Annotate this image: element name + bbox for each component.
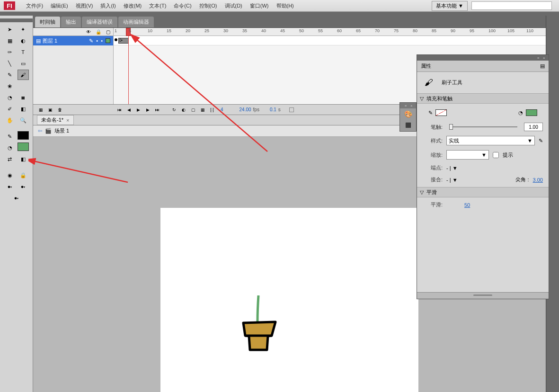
section-smooth[interactable]: ▽ 平滑 [417,187,549,197]
eraser-tool[interactable]: ◧ [18,104,29,114]
tool-name-label: 刷子工具 [442,79,462,86]
stroke-color-value[interactable] [435,109,447,116]
section-fill-stroke[interactable]: ▽ 填充和笔触 [417,93,549,104]
default-colors[interactable]: ◧ [18,154,29,164]
layer-row[interactable]: ▤ 图层 1 ✎ • • [33,36,113,45]
zoom-tool[interactable]: 🔍 [18,115,29,125]
workspace-switcher[interactable]: 基本功能 ▼ [432,1,468,11]
tab-compiler-errors[interactable]: 编译器错误 [82,17,117,27]
swatches-grid-icon[interactable]: ▦ [405,121,411,128]
selection-tool[interactable]: ➤ [4,24,16,35]
hint-checkbox[interactable] [493,152,499,158]
fill-color-swatch[interactable] [18,143,29,151]
timeline-extra-icon[interactable] [289,107,294,112]
back-arrow-icon[interactable]: ⇦ [38,128,42,134]
text-tool[interactable]: T [18,47,29,57]
new-layer-button[interactable]: ▦ [37,106,44,114]
free-transform-tool[interactable]: ▦ [4,36,16,46]
deco-tool[interactable]: ❀ [4,81,16,91]
ink-bottle-tool[interactable]: ◙ [18,92,29,103]
option-a[interactable]: ◉ [4,170,16,180]
menu-debug[interactable]: 调试(D) [221,2,246,9]
delete-layer-button[interactable]: 🗑 [56,106,63,114]
bucket-fill-icon: ◔ [518,110,523,116]
menu-insert[interactable]: 插入(I) [97,2,119,9]
panel-menu-icon[interactable]: ▤ [540,63,545,69]
style-dropdown[interactable]: 实线▼ [446,136,535,145]
rectangle-tool[interactable]: ▭ [18,58,29,69]
cap-value[interactable]: - | ▼ [446,165,458,171]
fps-value[interactable]: 24.00 [240,107,251,112]
fill-color-value[interactable] [526,109,537,116]
new-folder-button[interactable]: ▣ [46,106,54,114]
menu-edit[interactable]: 编辑(E) [47,2,72,9]
app-logo: Fl [4,1,15,10]
swatches-mini-panel[interactable]: « × 🎨 ▦ [399,102,417,132]
rewind-button[interactable]: ⏮ [115,106,123,114]
menu-control[interactable]: 控制(O) [195,2,221,9]
menu-view[interactable]: 视图(V) [72,2,97,9]
lock-icon[interactable]: 🔒 [96,29,101,35]
layer-dot2[interactable]: • [101,38,103,44]
onion-skin-button[interactable]: ◐ [180,106,187,114]
pencil-tool[interactable]: ✎ [4,70,16,80]
menu-command[interactable]: 命令(C) [170,2,195,9]
option-lock[interactable]: 🔒 [18,170,29,180]
paint-bucket-tool[interactable]: ◔ [4,92,16,103]
tab-motion-editor[interactable]: 动画编辑器 [118,17,154,27]
menu-window[interactable]: 窗口(W) [246,2,273,9]
document-tab[interactable]: 未命名-1* × [37,115,74,125]
line-tool[interactable]: ╲ [4,58,16,69]
step-back-button[interactable]: ◀ [125,106,133,114]
scale-dropdown[interactable]: ▼ [446,150,489,160]
loop-button[interactable]: ↻ [170,106,178,114]
timeline-ruler[interactable]: 👁 🔒 ▢ 1510152025303540455055606570758085… [33,28,546,36]
layer-outline-color[interactable] [106,38,110,43]
modify-markers-button[interactable]: [·] [208,106,216,114]
layer-dot1[interactable]: • [96,38,98,44]
menu-file[interactable]: 文件(F) [22,2,47,9]
keyframe-marker: ▯• [119,38,123,42]
eyedropper-tool[interactable]: ✐ [4,104,16,114]
props-collapse-icon[interactable]: « [537,56,542,60]
subselection-tool[interactable]: ✦ [18,24,29,35]
join-value[interactable]: - | ▼ [446,177,458,183]
lasso-tool[interactable]: ◐ [18,36,29,46]
smooth-label: 平滑: [423,201,443,208]
tab-output[interactable]: 输出 [61,17,81,27]
miter-value[interactable]: 3.00 [533,177,543,183]
hand-tool[interactable]: ✋ [4,115,16,125]
swap-colors[interactable]: ⇄ [4,154,16,164]
props-close-icon[interactable]: × [543,56,548,60]
search-input[interactable] [471,1,552,10]
tab-timeline[interactable]: 时间轴 [35,17,60,27]
stroke-color-swatch[interactable] [18,131,29,140]
smooth-value[interactable]: 50 [464,202,470,208]
brush-mode[interactable]: ●▾ [11,193,22,203]
pen-tool[interactable]: ✑ [4,47,16,57]
close-icon[interactable]: × [66,117,69,123]
outline-icon[interactable]: ▢ [106,29,110,35]
brush-shape[interactable]: ●▾ [18,181,29,192]
step-forward-button[interactable]: ▶ [144,106,151,114]
onion-outline-button[interactable]: ▢ [189,106,197,114]
bone-tool[interactable] [18,81,29,91]
play-button[interactable]: ▶ [134,106,142,114]
menu-help[interactable]: 帮助(H) [273,2,298,9]
toolbox-handle[interactable] [0,18,33,22]
color-palette-icon[interactable]: 🎨 [404,110,412,118]
stroke-width-input[interactable] [524,123,543,131]
edit-multiple-button[interactable]: ▦ [199,106,206,114]
props-resize-handle[interactable] [417,292,549,299]
stroke-width-slider[interactable] [449,126,517,127]
mini-close-icon[interactable]: × [410,104,415,107]
mini-collapse-icon[interactable]: « [405,104,409,107]
brush-tool[interactable]: 🖌 [18,70,29,80]
menu-text[interactable]: 文本(T) [145,2,170,9]
menu-modify[interactable]: 修改(M) [120,2,146,9]
brush-size[interactable]: ●▾ [4,181,16,192]
stage[interactable] [160,208,418,392]
end-button[interactable]: ⏭ [153,106,161,114]
edit-style-icon[interactable]: ✎ [539,138,543,144]
eye-icon[interactable]: 👁 [86,29,91,35]
